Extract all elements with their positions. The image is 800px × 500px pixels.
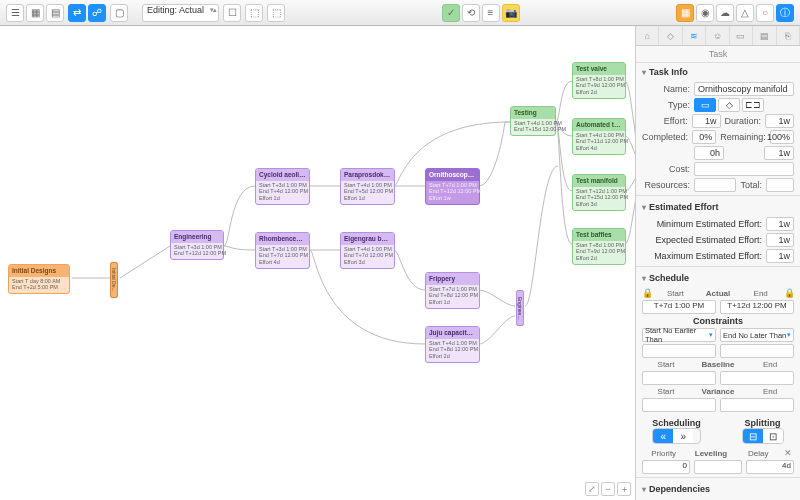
section-dependencies[interactable]: Dependencies [636,480,800,498]
tab-resource-icon[interactable]: ☺ [706,26,729,45]
zoom-in-icon[interactable]: ＋ [617,482,631,496]
zoom-fit-icon[interactable]: ⤢ [585,482,599,496]
milestone-initial[interactable]: Initial De... [110,262,118,298]
share-icon[interactable]: ☁ [716,4,734,22]
section-schedule[interactable]: Schedule [636,269,800,287]
node-frippery[interactable]: Frippery Start T+7d 1:00 PM End T+8d 12:… [425,272,480,309]
record-icon[interactable]: ○ [756,4,774,22]
section-task-info[interactable]: Task Info [636,63,800,81]
tab-task-icon[interactable]: ≋ [683,26,706,45]
constraint-start-select[interactable]: Start No Earlier Than [642,328,716,342]
inspector-panel: ⌂ ◇ ≋ ☺ ▭ ▤ ⎘ Task Task Info Name:Ornith… [635,26,800,500]
priority-field[interactable]: 0 [642,460,690,474]
view-cal-icon[interactable]: ▤ [46,4,64,22]
max-effort-field[interactable]: 1w [766,249,794,263]
delay-field[interactable]: 4d [746,460,794,474]
level-icon[interactable]: ≡ [482,4,500,22]
node-engineering[interactable]: Engineering Start T+3d 1:00 PM End T+12d… [170,230,224,260]
node-rhomb[interactable]: Rhombencephalon link Start T+3d 1:00 PM … [255,232,310,269]
completed-field[interactable]: 0% [692,130,716,144]
section-estimated[interactable]: Estimated Effort [636,198,800,216]
baseline-icon[interactable]: 📷 [502,4,520,22]
constraint-end-select[interactable]: End No Later Than [720,328,794,342]
hours-field[interactable]: 0h [694,146,724,160]
rem-duration-field[interactable]: 1w [764,146,794,160]
scheduling-toggle[interactable]: «» [652,428,701,444]
baseline-start-field[interactable] [642,371,716,385]
constraint-end-field[interactable] [720,344,794,358]
view-list-icon[interactable]: ☰ [6,4,24,22]
tab-styles-icon[interactable]: ▭ [730,26,753,45]
total-field[interactable] [766,178,794,192]
toolbar: ☰ ▦ ▤ ⇄ ☍ ▢ Editing: Actual ☐ ⬚ ⬚ ✓ ⟲ ≡ … [0,0,800,26]
filter-icon[interactable]: ▢ [110,4,128,22]
tab-custom-icon[interactable]: ▤ [753,26,776,45]
critical-icon[interactable]: △ [736,4,754,22]
zoom-controls: ⤢ − ＋ [585,482,631,496]
tool-c-icon[interactable]: ⬚ [267,4,285,22]
editing-mode-select[interactable]: Editing: Actual [142,4,219,22]
tool-a-icon[interactable]: ☐ [223,4,241,22]
inspector-eye-icon[interactable]: ◉ [696,4,714,22]
inspector-title: Task [636,46,800,63]
variance-start-field[interactable] [642,398,716,412]
node-para[interactable]: Paraprosdokian valve Start T+4d 1:00 PM … [340,168,395,205]
effort-field[interactable]: 1w [692,114,721,128]
node-testing[interactable]: Testing Start T+4d 1:00 PM End T+15d 12:… [510,106,556,136]
min-effort-field[interactable]: 1w [766,217,794,231]
milestone-engineering[interactable]: Enginee... [516,290,524,326]
catch-up-icon[interactable]: ✓ [442,4,460,22]
node-ornithoscopy[interactable]: Ornithoscopy manifold Start T+7d 1:00 PM… [425,168,480,205]
constraint-start-field[interactable] [642,344,716,358]
name-field[interactable]: Ornithoscopy manifold [694,82,794,96]
baseline-end-field[interactable] [720,371,794,385]
splitting-toggle[interactable]: ⊟⊡ [742,428,784,444]
network-canvas[interactable]: Initial Designs Start T day 8:00 AM End … [0,26,635,500]
zoom-out-icon[interactable]: − [601,482,615,496]
node-initial-designs[interactable]: Initial Designs Start T day 8:00 AM End … [8,264,70,294]
node-cycloid[interactable]: Cycloid aeolipile Start T+3d 1:00 PM End… [255,168,310,205]
reschedule-icon[interactable]: ⟲ [462,4,480,22]
cost-field[interactable] [694,162,794,176]
actual-start-field[interactable]: T+7d 1:00 PM [642,300,716,314]
node-auto-test[interactable]: Automated test develo... Start T+4d 1:00… [572,118,626,155]
duration-field[interactable]: 1w [765,114,794,128]
connector-lines [0,26,635,500]
node-test-manifold[interactable]: Test manifold Start T+12d 1:00 PM End T+… [572,174,626,211]
tab-project-icon[interactable]: ⌂ [636,26,659,45]
view-network-icon[interactable]: ⇄ [68,4,86,22]
remaining-field[interactable]: 100% [770,130,794,144]
view-grid-icon[interactable]: ▦ [26,4,44,22]
tab-attach-icon[interactable]: ⎘ [777,26,800,45]
actual-end-field[interactable]: T+12d 12:00 PM [720,300,794,314]
type-milestone-icon[interactable]: ◇ [718,98,740,112]
tab-milestones-icon[interactable]: ◇ [659,26,682,45]
type-hammock-icon[interactable]: ⊏⊐ [742,98,764,112]
inspector-grid-icon[interactable]: ▦ [676,4,694,22]
node-juju[interactable]: Juju capacitors Start T+4d 1:00 PM End T… [425,326,480,363]
exp-effort-field[interactable]: 1w [766,233,794,247]
resources-field[interactable] [694,178,736,192]
type-task-icon[interactable]: ▭ [694,98,716,112]
node-eigengrau[interactable]: Eigengrau baffles Start T+4d 1:00 PM End… [340,232,395,269]
info-icon[interactable]: ⓘ [776,4,794,22]
node-test-baffles[interactable]: Test baffles Start T+8d 1:00 PM End T+9d… [572,228,626,265]
tool-b-icon[interactable]: ⬚ [245,4,263,22]
variance-end-field[interactable] [720,398,794,412]
node-test-valve[interactable]: Test valve Start T+8d 1:00 PM End T+9d 1… [572,62,626,99]
view-resource-icon[interactable]: ☍ [88,4,106,22]
leveling-field[interactable] [694,460,742,474]
